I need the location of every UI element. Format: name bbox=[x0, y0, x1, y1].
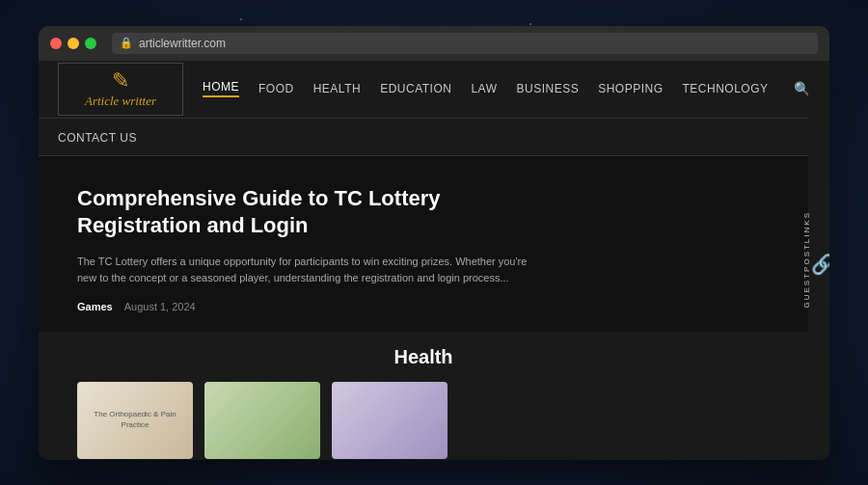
article-meta: Games August 1, 2024 bbox=[77, 301, 770, 312]
article-date: August 1, 2024 bbox=[124, 301, 196, 312]
subnav: CONTACT US bbox=[39, 119, 829, 156]
health-card-3-label bbox=[386, 417, 393, 424]
maximize-button[interactable] bbox=[85, 38, 96, 49]
article-excerpt: The TC Lottery offers a unique opportuni… bbox=[77, 254, 540, 287]
health-section: Health The Orthopaedic & Pain Practice bbox=[39, 332, 808, 460]
nav-shopping[interactable]: SHOPPING bbox=[598, 82, 663, 95]
window-controls bbox=[50, 38, 96, 49]
lock-icon: 🔒 bbox=[120, 37, 133, 49]
browser-window: 🔒 articlewritter.com ✎ Article writter H… bbox=[39, 26, 829, 460]
nav-business[interactable]: BUSINESS bbox=[516, 82, 579, 95]
navbar: ✎ Article writter HOME FOOD HEALTH EDUCA… bbox=[39, 61, 829, 119]
nav-law[interactable]: LAW bbox=[471, 82, 497, 95]
logo[interactable]: ✎ Article writter bbox=[58, 63, 183, 116]
health-section-title: Health bbox=[77, 346, 770, 368]
nav-links: HOME FOOD HEALTH EDUCATION LAW BUSINESS … bbox=[203, 80, 810, 97]
health-card-1[interactable]: The Orthopaedic & Pain Practice bbox=[77, 382, 193, 459]
health-card-2-label bbox=[258, 417, 266, 424]
health-card-3[interactable] bbox=[332, 382, 448, 459]
health-card-2[interactable] bbox=[204, 382, 320, 459]
desktop: 🔒 articlewritter.com ✎ Article writter H… bbox=[0, 0, 868, 485]
health-card-1-label: The Orthopaedic & Pain Practice bbox=[77, 406, 193, 434]
address-bar[interactable]: 🔒 articlewritter.com bbox=[112, 33, 818, 54]
nav-technology[interactable]: TECHNOLOGY bbox=[683, 82, 769, 95]
health-cards: The Orthopaedic & Pain Practice bbox=[77, 382, 770, 459]
nav-health[interactable]: HEALTH bbox=[313, 82, 361, 95]
main-content: Comprehensive Guide to TC Lottery Regist… bbox=[39, 156, 808, 332]
url-text: articlewritter.com bbox=[139, 37, 226, 50]
minimize-button[interactable] bbox=[68, 38, 79, 49]
browser-chrome: 🔒 articlewritter.com bbox=[39, 26, 829, 61]
nav-education[interactable]: EDUCATION bbox=[380, 82, 451, 95]
guestpost-label: GUESTPOSTLINKS bbox=[802, 211, 811, 308]
close-button[interactable] bbox=[50, 38, 62, 49]
website: ✎ Article writter HOME FOOD HEALTH EDUCA… bbox=[39, 61, 829, 460]
logo-text: Article writter bbox=[85, 94, 156, 109]
contact-us-link[interactable]: CONTACT US bbox=[58, 131, 137, 145]
article-category: Games bbox=[77, 301, 113, 312]
guestpost-sidebar[interactable]: GUESTPOSTLINKS 🔗 bbox=[808, 61, 829, 460]
guestpost-link-icon: 🔗 bbox=[811, 253, 829, 276]
nav-food[interactable]: FOOD bbox=[258, 82, 294, 95]
article-title: Comprehensive Guide to TC Lottery Regist… bbox=[77, 185, 540, 240]
nav-home[interactable]: HOME bbox=[203, 80, 239, 97]
